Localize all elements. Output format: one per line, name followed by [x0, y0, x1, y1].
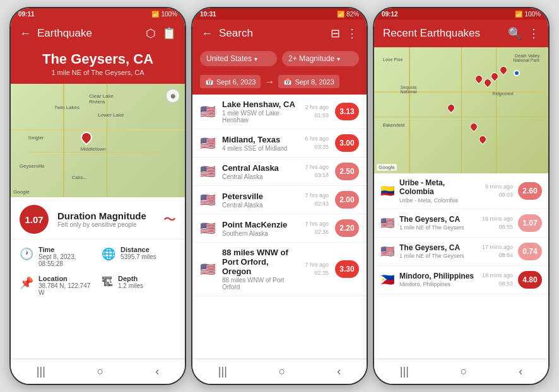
flag-5: 🇺🇸 [200, 262, 216, 277]
magnitude-filter-label: 2+ Magnitude [288, 54, 334, 63]
signal-icon-1: 📶 [151, 11, 159, 18]
eq-item-0[interactable]: 🇺🇸 Lake Henshaw, CA 1 mile WSW of Lake H… [192, 95, 367, 129]
eq-loc-0: 1 mile WSW of Lake Henshaw [222, 110, 298, 124]
map-1[interactable]: Clear LakeRiviera Lower Lake Twin Lakes … [11, 84, 185, 197]
filter-button-2[interactable]: ⊟ [331, 26, 340, 40]
eq-item-1[interactable]: 🇺🇸 Midland, Texas 4 miles SSE of Midland… [192, 129, 367, 158]
bottom-nav-1: ||| ○ ‹ [11, 359, 185, 384]
flag3-0: 🇨🇴 [380, 184, 394, 198]
signal-icon-2: 📶 [337, 11, 344, 18]
map-label-sequoia: SequoiaNational [400, 85, 416, 94]
eq-item3-0[interactable]: 🇨🇴 Uribe - Meta,Colombia Uribe - Meta, C… [374, 173, 548, 209]
eq-name-4: Point MacKenzie [222, 220, 298, 229]
country-filter-arrow: ▾ [254, 55, 257, 62]
map-label-clearlake: Clear LakeRiviera [89, 93, 114, 105]
eq-mag-4: 2.20 [335, 219, 359, 237]
eq-item3-2[interactable]: 🇺🇸 The Geysers, CA 1 mile NE of The Geys… [374, 238, 548, 266]
eq-details-1: Midland, Texas 4 miles SSE of Midland [222, 135, 298, 152]
eq-time-1: 6 hrs ago03:35 [305, 135, 329, 151]
map-label-deathvalley: Death ValleyNational Park [513, 54, 539, 62]
eq-time-0: 2 hrs ago01:59 [305, 103, 329, 119]
eq-loc-2: Central Alaska [222, 173, 298, 180]
map-3[interactable]: Death ValleyNational Park Lone Pine Sequ… [374, 47, 548, 173]
nav-menu-2[interactable]: ||| [218, 365, 227, 378]
eq-mag-1: 3.00 [335, 134, 359, 152]
status-bar-2: 10:31 📶 82% [192, 8, 367, 20]
earthquake-pin-1 [80, 132, 93, 147]
pin3-1 [474, 74, 485, 84]
eq-name3-0: Uribe - Meta,Colombia [399, 178, 480, 197]
eq-time-4: 7 hrs ago02:36 [305, 220, 329, 236]
eq-mag-5: 3.30 [335, 260, 359, 278]
eq-details-0: Lake Henshaw, CA 1 mile WSW of Lake Hens… [222, 100, 298, 124]
nav-back-2[interactable]: ‹ [337, 365, 341, 378]
status-time-3: 09:12 [382, 11, 398, 18]
eq-mag3-1: 1.07 [518, 214, 542, 232]
eq-mag-3: 2.00 [335, 191, 359, 209]
status-icons-3: 📶 100% [515, 11, 541, 18]
eq-details3-2: The Geysers, CA 1 mile NE of The Geysers [399, 243, 477, 259]
share-button-1[interactable]: ⬡ [146, 26, 156, 40]
map-label-lowerlake: Lower Lake [98, 112, 124, 118]
eq-name-0: Lake Henshaw, CA [222, 100, 298, 109]
eq-mag-0: 3.13 [335, 103, 359, 120]
eq-loc3-2: 1 mile NE of The Geysers [399, 253, 477, 259]
screen1-earthquake-detail: 09:11 📶 100% ← Earthquake ⬡ 📋 The Geyser… [9, 7, 186, 385]
nav-back-1[interactable]: ‹ [155, 365, 159, 378]
eq-time3-1: 16 mins ago08:55 [482, 215, 513, 231]
map-label-seigler: Seigler [28, 135, 44, 141]
search-button-3[interactable]: 🔍 [508, 26, 522, 40]
eq-time3-3: 18 mins ago08:53 [482, 272, 513, 287]
nav-menu-1[interactable]: ||| [37, 365, 45, 378]
header-title-3: Recent Earthquakes [383, 27, 502, 40]
nav-home-2[interactable]: ○ [279, 365, 286, 378]
back-button-1[interactable]: ← [20, 27, 31, 40]
location-icon: 📌 [20, 276, 33, 290]
bookmark-button-1[interactable]: 📋 [162, 26, 176, 40]
earthquake-list-2: 🇺🇸 Lake Henshaw, CA 1 mile WSW of Lake H… [192, 95, 367, 359]
eq-item-5[interactable]: 🇺🇸 88 miles WNW of Port Orford, Oregon 8… [192, 243, 367, 296]
distance-info: 🌐 Distance 5395.7 miles [102, 246, 176, 267]
earthquake-list-3: 🇨🇴 Uribe - Meta,Colombia Uribe - Meta, C… [374, 173, 548, 359]
flag-4: 🇺🇸 [200, 221, 216, 236]
eq-item3-1[interactable]: 🇺🇸 The Geysers, CA 1 mile NE of The Geys… [374, 209, 548, 238]
screen2-search: 10:31 📶 82% ← Search ⊟ ⋮ United States ▾… [191, 7, 368, 385]
more-button-3[interactable]: ⋮ [528, 26, 539, 40]
magnitude-filter[interactable]: 2+ Magnitude ▾ [282, 51, 359, 66]
header-1: ← Earthquake ⬡ 📋 [11, 20, 185, 47]
date-from[interactable]: 📅 Sept 6, 2023 [200, 75, 261, 88]
magnitude-info-1: Duration Magnitude Felt only by sensitiv… [57, 210, 155, 228]
eq-details3-0: Uribe - Meta,Colombia Uribe - Meta, Colo… [399, 178, 480, 204]
magnitude-title-1: Duration Magnitude [57, 210, 155, 221]
distance-icon: 🌐 [102, 247, 115, 261]
eq-item3-3[interactable]: 🇵🇭 Mindoro, Philippines Mindoro, Philipp… [374, 266, 548, 294]
eq-item-2[interactable]: 🇺🇸 Central Alaska Central Alaska 7 hrs a… [192, 158, 367, 186]
eq-loc-1: 4 miles SSE of Midland [222, 145, 298, 152]
nav-home-1[interactable]: ○ [97, 365, 104, 378]
eq-time-3: 7 hrs ago02:43 [305, 192, 329, 207]
magnitude-desc-1: Felt only by sensitive people [57, 221, 155, 228]
back-button-2[interactable]: ← [201, 27, 213, 40]
nav-back-3[interactable]: ‹ [519, 365, 522, 378]
nav-menu-3[interactable]: ||| [400, 365, 409, 378]
compass-1: ⊕ [166, 89, 180, 103]
eq-name-5: 88 miles WNW of Port Orford, Oregon [222, 248, 298, 276]
eq-item-3[interactable]: 🇺🇸 Petersville Central Alaska 7 hrs ago0… [192, 186, 367, 214]
date-to[interactable]: 📅 Sept 8, 2023 [278, 75, 339, 88]
screen3-recent: 09:12 📶 100% Recent Earthquakes 🔍 ⋮ Deat… [373, 7, 550, 385]
calendar-icon-from: 📅 [205, 78, 214, 86]
map-label-twinlakes: Twin Lakes [54, 105, 79, 110]
map-label-geyserville: Geyserville [20, 163, 45, 169]
location-value: 38.784 N, 122.747 W [38, 282, 94, 296]
status-bar-1: 09:11 📶 100% [11, 8, 185, 20]
header-3: Recent Earthquakes 🔍 ⋮ [374, 20, 548, 47]
battery-icon-3: 100% [524, 11, 541, 18]
eq-item-4[interactable]: 🇺🇸 Point MacKenzie Southern Alaska 7 hrs… [192, 214, 367, 243]
country-filter[interactable]: United States ▾ [200, 51, 277, 66]
eq-time3-0: 9 mins ago09:03 [485, 183, 513, 199]
location-label: Location [38, 275, 94, 282]
nav-home-3[interactable]: ○ [461, 365, 468, 378]
eq-details-3: Petersville Central Alaska [222, 192, 298, 209]
more-button-2[interactable]: ⋮ [346, 26, 358, 40]
magnitude-section-1: 1.07 Duration Magnitude Felt only by sen… [11, 197, 185, 239]
